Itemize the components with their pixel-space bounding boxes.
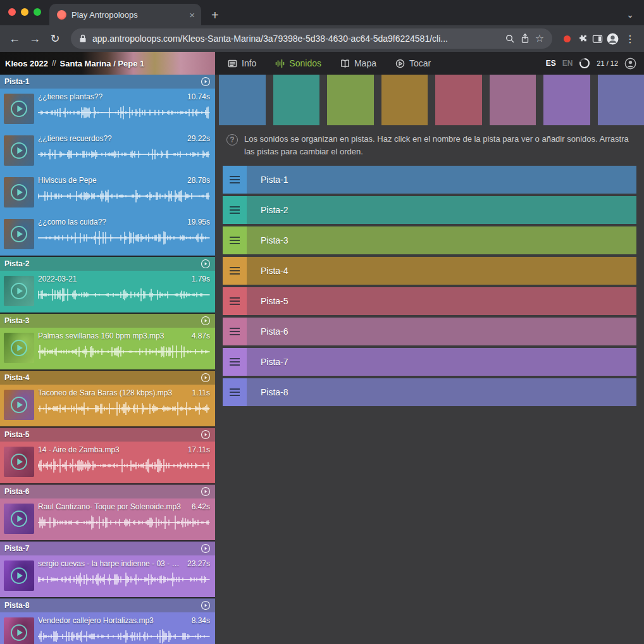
account-icon[interactable]	[624, 58, 636, 70]
clip[interactable]: 14 - Aire de Zamba.mp3 17.11s	[0, 442, 215, 483]
breadcrumb-project[interactable]: Kleos 2022	[5, 59, 48, 68]
clip-thumbnail[interactable]	[4, 177, 34, 207]
reload-button[interactable]: ↻	[47, 33, 63, 44]
track-header[interactable]: Pista-4	[0, 371, 215, 385]
clip-thumbnail[interactable]	[4, 135, 34, 166]
drag-handle-icon[interactable]	[223, 226, 247, 254]
track-play-button[interactable]	[201, 316, 211, 326]
clip-play-icon[interactable]	[9, 282, 28, 300]
clip-thumbnail[interactable]	[4, 276, 34, 306]
tab-close-icon[interactable]: ×	[188, 9, 196, 21]
recording-extension-icon[interactable]	[564, 35, 571, 42]
track-play-button[interactable]	[201, 430, 211, 440]
clip-thumbnail[interactable]	[4, 617, 34, 644]
new-tab-button[interactable]: +	[201, 9, 219, 25]
nav-sonidos[interactable]: Sonidos	[275, 58, 321, 68]
clip-play-icon[interactable]	[9, 225, 28, 244]
track-header[interactable]: Pista-8	[0, 598, 215, 612]
clip-play-icon[interactable]	[9, 623, 28, 642]
track-swatch[interactable]	[435, 75, 482, 125]
track-play-button[interactable]	[201, 373, 211, 383]
clip[interactable]: Hiviscus de Pepe 28.78s	[0, 172, 215, 214]
clip[interactable]: ¿¿tienes plantas?? 10.74s	[0, 89, 215, 130]
track-swatch[interactable]	[273, 75, 320, 125]
close-window-button[interactable]	[8, 8, 16, 16]
clip-thumbnail[interactable]	[4, 333, 34, 363]
lang-en[interactable]: EN	[562, 59, 573, 68]
track-swatch[interactable]	[543, 75, 590, 125]
track-swatch[interactable]	[219, 75, 266, 125]
track-play-button[interactable]	[201, 77, 211, 87]
track-header[interactable]: Pista-6	[0, 485, 215, 498]
clip-play-icon[interactable]	[9, 141, 28, 160]
clip[interactable]: 2022-03-21 1.79s	[0, 271, 215, 313]
drag-handle-icon[interactable]	[223, 318, 247, 345]
nav-info[interactable]: Info	[228, 58, 256, 68]
drag-handle-icon[interactable]	[223, 196, 247, 224]
fullscreen-window-button[interactable]	[34, 8, 41, 16]
track-bar[interactable]: Pista-3	[223, 226, 636, 254]
track-bar[interactable]: Pista-5	[223, 287, 636, 315]
track-bar[interactable]: Pista-6	[223, 318, 636, 345]
back-button[interactable]: ←	[6, 33, 23, 44]
share-icon[interactable]	[521, 34, 529, 44]
track-bar[interactable]: Pista-7	[223, 348, 636, 376]
track-swatch[interactable]	[598, 75, 644, 125]
clip[interactable]: Vendedor callejero Hortalizas.mp3 8.34s	[0, 612, 215, 644]
nav-tocar[interactable]: Tocar	[395, 58, 431, 68]
clip-play-icon[interactable]	[9, 183, 28, 202]
minimize-window-button[interactable]	[21, 8, 28, 16]
track-bar[interactable]: Pista-1	[223, 166, 636, 194]
clip-play-icon[interactable]	[9, 452, 28, 471]
clip-play-icon[interactable]	[9, 395, 28, 414]
browser-menu-icon[interactable]: ⋮	[622, 33, 638, 45]
clip[interactable]: sergio cuevas - la harpe indienne - 03 -…	[0, 555, 215, 597]
clip-thumbnail[interactable]	[4, 94, 34, 124]
track-bar[interactable]: Pista-2	[223, 196, 636, 224]
clip-thumbnail[interactable]	[4, 504, 34, 534]
track-play-button[interactable]	[201, 600, 211, 610]
track-swatch[interactable]	[327, 75, 374, 125]
drag-handle-icon[interactable]	[223, 348, 247, 376]
track-bar[interactable]: Pista-4	[223, 257, 636, 285]
browser-tab[interactable]: Play Antropoloops ×	[49, 4, 201, 25]
clip-thumbnail[interactable]	[4, 219, 34, 249]
clip[interactable]: ¿¿como las cuida?? 19.95s	[0, 214, 215, 256]
track-header[interactable]: Pista-1	[0, 75, 215, 89]
clip[interactable]: Palmas sevillanas 160 bpm mp3.mp3 4.87s	[0, 328, 215, 369]
clip-play-icon[interactable]	[9, 509, 28, 528]
lang-es[interactable]: ES	[546, 59, 556, 68]
track-swatch[interactable]	[381, 75, 428, 125]
clip[interactable]: ¿¿tienes recuerdos?? 29.22s	[0, 130, 215, 172]
track-play-button[interactable]	[201, 486, 211, 497]
drag-handle-icon[interactable]	[223, 257, 247, 285]
track-header[interactable]: Pista-7	[0, 542, 215, 555]
clip-play-icon[interactable]	[9, 99, 28, 118]
clip-play-icon[interactable]	[9, 566, 28, 585]
clip-thumbnail[interactable]	[4, 560, 34, 591]
drag-handle-icon[interactable]	[223, 378, 247, 406]
tab-search-chevron-icon[interactable]: ⌄	[626, 9, 634, 20]
track-play-button[interactable]	[201, 259, 211, 269]
track-header[interactable]: Pista-5	[0, 428, 215, 442]
extensions-puzzle-icon[interactable]	[578, 34, 588, 44]
clip-thumbnail[interactable]	[4, 447, 34, 477]
drag-handle-icon[interactable]	[223, 287, 247, 315]
bookmark-star-icon[interactable]: ☆	[535, 34, 544, 44]
clip[interactable]: Taconeo de Sara Baras (128 kbps).mp3 1.1…	[0, 385, 215, 426]
profile-avatar[interactable]	[607, 33, 619, 45]
track-play-button[interactable]	[201, 543, 211, 554]
drag-handle-icon[interactable]	[223, 166, 247, 194]
address-bar[interactable]: app.antropoloops.com/Kleos-Santa-Marina/…	[71, 28, 552, 49]
track-bar[interactable]: Pista-8	[223, 378, 636, 406]
breadcrumb-path[interactable]: Santa Marina / Pepe 1	[60, 59, 145, 68]
clip-thumbnail[interactable]	[4, 390, 34, 420]
nav-mapa[interactable]: Mapa	[340, 58, 376, 68]
side-panel-icon[interactable]	[592, 34, 603, 44]
zoom-icon[interactable]	[505, 34, 515, 44]
track-header[interactable]: Pista-3	[0, 314, 215, 328]
clip-play-icon[interactable]	[9, 338, 28, 357]
clip[interactable]: Raul Cantizano- Toque por Solenoide.mp3 …	[0, 498, 215, 540]
track-swatch[interactable]	[490, 75, 536, 125]
track-header[interactable]: Pista-2	[0, 257, 215, 271]
